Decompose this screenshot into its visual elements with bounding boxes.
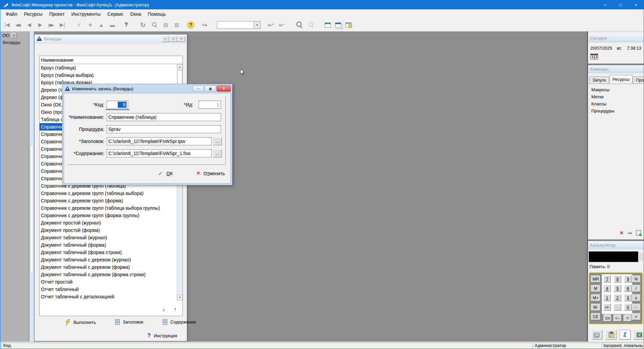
menu-item[interactable]: Сервис	[104, 9, 127, 18]
menu-item[interactable]: Проект	[46, 9, 68, 18]
dialog-titlebar[interactable]: Измененить запись (Визарды) ─▣×	[62, 84, 232, 93]
redo-icon[interactable]: ↪	[201, 21, 208, 29]
delete-command-icon[interactable]: ×	[620, 229, 623, 237]
calc-button[interactable]: <--	[613, 314, 622, 321]
collapse-button[interactable]: <	[11, 33, 16, 38]
list-item[interactable]: Документ табличный с деревом (журнал)	[40, 256, 177, 263]
menu-item[interactable]: Помощь	[145, 9, 169, 18]
list-item[interactable]: Броуз (таблица)	[40, 64, 177, 71]
list-item[interactable]: Документ табличный с деревом (форма)	[40, 263, 177, 271]
window-new-icon[interactable]	[325, 22, 331, 28]
dialog-minimize-button[interactable]: ─	[193, 86, 204, 92]
calc-button[interactable]: =	[624, 314, 632, 321]
list-item[interactable]: Справочник с деревом групп (таблица выбо…	[40, 190, 177, 197]
calc-button[interactable]: +/-	[603, 304, 611, 311]
refresh-icon[interactable]: ↻	[140, 21, 146, 29]
calc-button[interactable]: 9	[624, 276, 632, 283]
list-item[interactable]: Броуз (таблица выбора)	[40, 71, 177, 79]
list-item[interactable]: Документ табличный (форма)	[40, 241, 177, 249]
command-item[interactable]: Метки	[591, 93, 642, 100]
child-close-button[interactable]: ×	[178, 36, 185, 42]
calc-button[interactable]: M	[591, 285, 600, 292]
calc-button[interactable]: .	[614, 304, 621, 311]
find-prev-icon[interactable]: ∞⁻	[279, 21, 285, 29]
child-maximize-button[interactable]: □	[170, 36, 177, 42]
list-item[interactable]: Документ простой (форма)	[40, 227, 177, 234]
dialog-restore-button[interactable]: ▣	[205, 86, 216, 92]
pin-icon[interactable]: ⊸	[628, 230, 632, 236]
menu-item[interactable]: Окна	[127, 9, 145, 18]
calc-button[interactable]: 2	[614, 294, 621, 301]
content-button[interactable]: Содержание	[163, 319, 196, 325]
child-minimize-button[interactable]: ─	[162, 36, 169, 42]
display-grip[interactable]	[639, 253, 643, 261]
header-button[interactable]: Заголовок	[115, 319, 143, 325]
menu-item[interactable]: Файл	[2, 9, 20, 18]
calc-button[interactable]: M-	[591, 304, 600, 311]
delete-icon[interactable]: ▬	[109, 21, 116, 29]
calc-button[interactable]: x	[632, 294, 641, 301]
list-item[interactable]: Документ простой (журнал)	[40, 219, 177, 227]
calc-button[interactable]: 7	[603, 276, 611, 283]
browse-header-button[interactable]: ...	[213, 137, 222, 145]
nav-fast-forward-icon[interactable]: ▶▶	[48, 21, 55, 29]
calc-button[interactable]: 6	[624, 285, 632, 292]
nav-forward-icon[interactable]: ▶	[37, 21, 44, 29]
calc-button[interactable]: 3	[624, 294, 632, 301]
insert-icon[interactable]: +	[87, 21, 94, 29]
query-icon[interactable]: ?	[123, 21, 129, 29]
journal-icon[interactable]	[636, 230, 641, 236]
content-field[interactable]: C:\clarion6_11\Template\FsWSpr_1.fsw	[107, 149, 212, 157]
export-excel-button[interactable]: X	[634, 330, 644, 340]
dock-scrollbar[interactable]	[30, 32, 34, 342]
command-item[interactable]: Классы	[591, 100, 642, 107]
command-item[interactable]: Макросы	[591, 86, 642, 93]
search-off-icon[interactable]	[307, 21, 315, 29]
calendar-icon[interactable]: 1 2	[590, 54, 598, 59]
commands-header[interactable]: Команды	[588, 65, 644, 73]
list-item[interactable]: Отчет табличный	[40, 286, 177, 293]
list-item[interactable]: Документ табличный с деревом (форма стро…	[40, 271, 177, 278]
list-item[interactable]: Документ табличный (форма строки)	[40, 249, 177, 256]
cancel-button[interactable]: × Отменить	[197, 170, 225, 177]
calc-button[interactable]: +	[632, 313, 641, 320]
calculator-header[interactable]: Калькулятор	[588, 241, 644, 249]
nav-back-icon[interactable]: ◀	[26, 21, 33, 29]
list-item[interactable]: Отчет простой	[40, 278, 177, 286]
today-header[interactable]: Сегодня	[588, 34, 644, 42]
change-icon[interactable]: ▲	[98, 21, 105, 29]
report-icon[interactable]: ▥	[173, 21, 180, 29]
procedure-field[interactable]: Sprav	[107, 125, 221, 133]
calc-button[interactable]: CE	[591, 313, 600, 320]
list-item[interactable]: Документ табличный (журнал)	[40, 234, 177, 241]
minimize-button[interactable]: ─	[597, 0, 613, 9]
copy-icon[interactable]: ▤	[162, 21, 169, 29]
move-down-button[interactable]: ↓	[162, 306, 165, 312]
scroll-down-icon[interactable]: ▼	[177, 295, 182, 300]
nav-last-icon[interactable]: ▶|	[59, 21, 66, 29]
calc-button[interactable]: %	[632, 276, 641, 283]
code-field[interactable]: 9	[107, 101, 128, 109]
move-up-button[interactable]: ↑	[174, 306, 176, 312]
browse-content-button[interactable]: ...	[213, 149, 222, 157]
list-item[interactable]: Справочник с деревом групп (форма)	[40, 197, 177, 204]
clear-search-icon[interactable]	[294, 20, 304, 30]
nav-first-icon[interactable]: |◀	[4, 21, 10, 29]
wizards-window-titlebar[interactable]: Визарды ─ □ ×	[35, 35, 187, 43]
panel-splitter[interactable]	[588, 239, 644, 241]
window-cascade-icon[interactable]	[335, 22, 341, 28]
menu-item[interactable]: Ресурсы	[20, 9, 46, 18]
tab[interactable]: Проект	[633, 77, 644, 84]
list-item[interactable]: Справочник с деревом групп (таблица выбо…	[40, 204, 177, 212]
calc-button[interactable]: -	[632, 304, 641, 311]
dock-label[interactable]: Визарды	[0, 39, 29, 45]
toolbar-combobox[interactable]: ▼	[217, 21, 261, 29]
help-icon[interactable]: ?	[187, 21, 194, 29]
list-item[interactable]: Отчет табличный с детализацией	[40, 293, 177, 300]
instruction-button[interactable]: ? Инструкция	[147, 332, 177, 339]
ok-button[interactable]: ✓ ОК	[158, 170, 173, 177]
calc-button[interactable]: 1	[603, 294, 611, 301]
name-field[interactable]: Справочник (таблица)	[107, 113, 221, 121]
list-column-header[interactable]: Наименование	[40, 56, 182, 64]
copy-result-button[interactable]	[591, 330, 602, 340]
